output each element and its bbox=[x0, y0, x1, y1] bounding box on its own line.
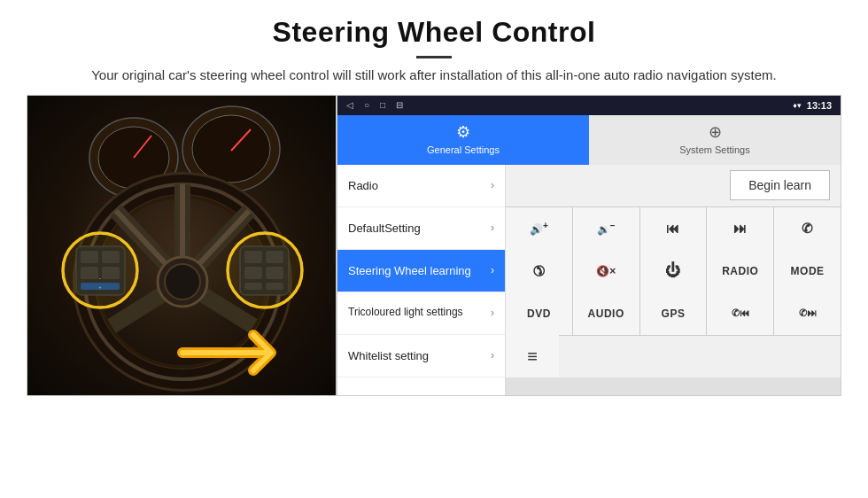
page-title: Steering Wheel Control bbox=[53, 16, 815, 49]
menu-item-whitelist[interactable]: Whitelist setting › bbox=[337, 335, 505, 377]
gear-icon: ⚙ bbox=[456, 122, 470, 142]
phone-next-icon: ✆⏭ bbox=[799, 307, 817, 319]
main-content: Radio › DefaultSetting › Steering Wheel … bbox=[337, 165, 841, 395]
phone-next-button[interactable]: ✆⏭ bbox=[774, 292, 841, 335]
tab-system-settings[interactable]: ⊕ System Settings bbox=[589, 115, 841, 165]
tab-system-label: System Settings bbox=[679, 144, 749, 155]
prev-track-button[interactable]: ⏮ bbox=[640, 207, 707, 250]
next-track-icon: ⏭ bbox=[733, 221, 747, 236]
next-track-button[interactable]: ⏭ bbox=[707, 207, 773, 250]
home-nav-icon[interactable]: ○ bbox=[364, 100, 369, 110]
menu-radio-label: Radio bbox=[348, 179, 378, 192]
phone-prev-button[interactable]: ✆⏮ bbox=[707, 292, 773, 335]
tab-general-settings[interactable]: ⚙ General Settings bbox=[337, 115, 589, 165]
page-container: Steering Wheel Control Your original car… bbox=[0, 0, 868, 498]
mute-icon: 🔇× bbox=[596, 265, 616, 277]
status-bar: ◁ ○ □ ⊟ ♦▾ 13:13 bbox=[337, 96, 841, 115]
status-bar-nav: ◁ ○ □ ⊟ bbox=[346, 100, 403, 110]
chevron-icon: › bbox=[491, 264, 494, 276]
menu-item-radio[interactable]: Radio › bbox=[337, 165, 505, 207]
vol-up-button[interactable]: 🔊+ bbox=[506, 207, 572, 250]
control-row-1: 🔊+ 🔉− ⏮ ⏭ ✆ bbox=[506, 207, 841, 250]
chevron-icon: › bbox=[491, 307, 494, 319]
car-image-panel: + - bbox=[27, 95, 337, 396]
control-panel: Begin learn 🔊+ 🔉− ⏮ bbox=[506, 165, 841, 395]
svg-point-3 bbox=[192, 115, 270, 183]
begin-learn-button[interactable]: Begin learn bbox=[730, 170, 830, 200]
cast-nav-icon[interactable]: ⊟ bbox=[396, 100, 403, 110]
signal-icon: ♦▾ bbox=[793, 101, 802, 110]
header-section: Steering Wheel Control Your original car… bbox=[0, 0, 868, 95]
audio-button[interactable]: AUDIO bbox=[573, 292, 639, 335]
system-icon: ⊕ bbox=[709, 122, 722, 142]
phone-prev-icon: ✆⏮ bbox=[732, 307, 749, 319]
back-nav-icon[interactable]: ◁ bbox=[346, 100, 353, 110]
menu-default-label: DefaultSetting bbox=[348, 222, 421, 235]
vol-down-icon: 🔉− bbox=[597, 221, 616, 236]
vol-up-icon: 🔊+ bbox=[530, 221, 548, 236]
power-icon: ⏻ bbox=[665, 262, 680, 280]
recent-nav-icon[interactable]: □ bbox=[380, 100, 385, 110]
menu-steering-label: Steering Wheel learning bbox=[348, 264, 471, 277]
list-button[interactable]: ≡ bbox=[506, 335, 559, 377]
power-button[interactable]: ⏻ bbox=[640, 250, 707, 292]
svg-point-35 bbox=[63, 233, 137, 307]
mode-button[interactable]: MODE bbox=[774, 250, 841, 292]
gps-button[interactable]: GPS bbox=[640, 292, 707, 335]
svg-point-19 bbox=[165, 264, 200, 300]
menu-tricoloured-label: Tricoloured light settings bbox=[348, 306, 463, 320]
android-panel: ◁ ○ □ ⊟ ♦▾ 13:13 ⚙ General Settings ⊕ bbox=[337, 95, 841, 396]
title-divider bbox=[416, 56, 452, 58]
radio-button[interactable]: RADIO bbox=[707, 250, 773, 292]
chevron-icon: › bbox=[491, 179, 494, 191]
svg-point-36 bbox=[228, 233, 302, 307]
begin-learn-area: Begin learn bbox=[506, 165, 841, 207]
content-area: + - bbox=[0, 95, 868, 499]
control-row-4: ≡ bbox=[506, 335, 841, 377]
page-subtitle: Your original car's steering wheel contr… bbox=[89, 66, 779, 86]
nav-tabs: ⚙ General Settings ⊕ System Settings bbox=[337, 115, 841, 165]
status-bar-info: ♦▾ 13:13 bbox=[793, 100, 832, 111]
hangup-button[interactable]: ✆ bbox=[506, 250, 572, 292]
menu-item-default[interactable]: DefaultSetting › bbox=[337, 207, 505, 250]
sidebar-menu: Radio › DefaultSetting › Steering Wheel … bbox=[337, 165, 506, 395]
tab-general-label: General Settings bbox=[427, 144, 500, 155]
menu-whitelist-label: Whitelist setting bbox=[348, 349, 429, 362]
control-row-2: ✆ 🔇× ⏻ RADIO MODE bbox=[506, 250, 841, 292]
dvd-button[interactable]: DVD bbox=[506, 292, 572, 335]
hangup-icon: ✆ bbox=[529, 261, 549, 281]
chevron-icon: › bbox=[491, 222, 494, 234]
vol-down-button[interactable]: 🔉− bbox=[573, 207, 639, 250]
menu-item-steering[interactable]: Steering Wheel learning › bbox=[337, 250, 505, 292]
list-icon: ≡ bbox=[527, 346, 538, 367]
phone-icon: ✆ bbox=[802, 221, 813, 237]
chevron-icon: › bbox=[491, 349, 494, 362]
mute-button[interactable]: 🔇× bbox=[573, 250, 639, 292]
steering-wheel-svg: + - bbox=[27, 96, 337, 396]
prev-track-icon: ⏮ bbox=[666, 221, 679, 236]
menu-item-tricoloured[interactable]: Tricoloured light settings › bbox=[337, 292, 505, 335]
phone-button[interactable]: ✆ bbox=[774, 207, 841, 250]
control-row-3: DVD AUDIO GPS ✆⏮ ✆⏭ bbox=[506, 292, 841, 335]
status-time: 13:13 bbox=[807, 100, 832, 111]
